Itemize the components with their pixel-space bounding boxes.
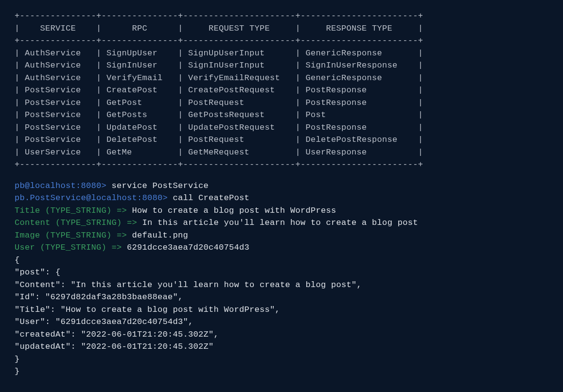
field-prompt-line[interactable]: User (TYPE_STRING) => 6291dcce3aea7d20c4… — [15, 241, 548, 254]
response-line: } — [15, 353, 548, 366]
command-line[interactable]: pb.PostService@localhost:8080> call Crea… — [15, 192, 548, 205]
command-text: call CreatePost — [168, 193, 249, 203]
field-label: User (TYPE_STRING) => — [15, 243, 127, 252]
response-line: "Title": "How to create a blog post with… — [15, 304, 548, 316]
services-ascii-table: +---------------+---------------+-------… — [15, 10, 548, 171]
field-value: 6291dcce3aea7d20c40754d3 — [127, 243, 249, 252]
response-line: "post": { — [15, 266, 548, 279]
command-text: service PostService — [106, 181, 209, 190]
response-line: "User": "6291dcce3aea7d20c40754d3", — [15, 316, 548, 328]
field-prompt-line[interactable]: Image (TYPE_STRING) => default.png — [15, 229, 548, 242]
response-line: "updatedAt": "2022-06-01T21:20:45.302Z" — [15, 341, 548, 353]
response-line: "Content": "In this article you'll learn… — [15, 279, 548, 291]
field-value: default.png — [132, 231, 189, 240]
field-label: Content (TYPE_STRING) => — [15, 218, 142, 227]
response-line: "createdAt": "2022-06-01T21:20:45.302Z", — [15, 328, 548, 341]
terminal-session: pb@localhost:8080> service PostServicepb… — [15, 180, 548, 378]
field-value: In this article you'll learn how to crea… — [142, 218, 418, 227]
field-prompt-line[interactable]: Content (TYPE_STRING) => In this article… — [15, 217, 548, 229]
field-prompt-line[interactable]: Title (TYPE_STRING) => How to create a b… — [15, 205, 548, 217]
response-line: } — [15, 365, 548, 378]
response-line: "Id": "6297d82daf3a28b3bae88eae", — [15, 291, 548, 304]
prompt: pb.PostService@localhost:8080> — [15, 193, 168, 203]
response-line: { — [15, 254, 548, 267]
command-line[interactable]: pb@localhost:8080> service PostService — [15, 180, 548, 192]
prompt: pb@localhost:8080> — [15, 181, 106, 190]
field-label: Image (TYPE_STRING) => — [15, 231, 132, 240]
field-value: How to create a blog post with WordPress — [132, 206, 336, 215]
field-label: Title (TYPE_STRING) => — [15, 206, 132, 215]
